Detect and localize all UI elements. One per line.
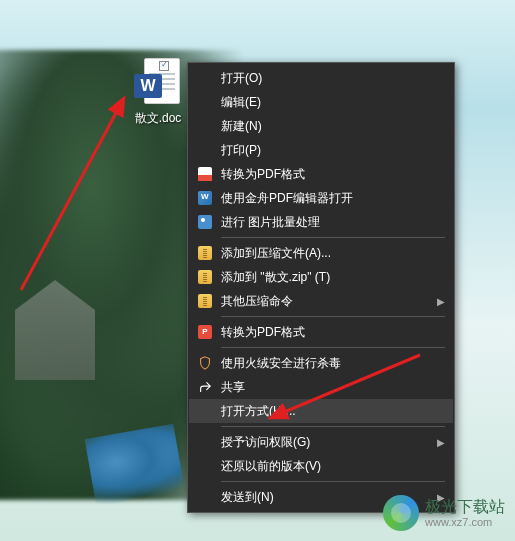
watermark-name: 极光下载站 <box>425 498 505 516</box>
blank-icon <box>193 141 217 159</box>
menu-item-label: 使用金舟PDF编辑器打开 <box>217 190 433 207</box>
menu-item-label: 添加到压缩文件(A)... <box>217 245 433 262</box>
blank-icon <box>193 117 217 135</box>
context-menu: 打开(O)编辑(E)新建(N)打印(P)转换为PDF格式使用金舟PDF编辑器打开… <box>187 62 455 513</box>
menu-item[interactable]: 添加到压缩文件(A)... <box>189 241 453 265</box>
menu-item-label: 编辑(E) <box>217 94 433 111</box>
menu-item-label: 打开方式(H)... <box>217 403 433 420</box>
share-icon <box>193 378 217 396</box>
menu-item-label: 使用火绒安全进行杀毒 <box>217 355 433 372</box>
word-doc-icon: W <box>134 58 182 106</box>
blank-icon <box>193 69 217 87</box>
menu-separator <box>221 426 445 427</box>
menu-item[interactable]: 授予访问权限(G)▶ <box>189 430 453 454</box>
zip-icon <box>193 292 217 310</box>
menu-separator <box>221 481 445 482</box>
menu-item[interactable]: 使用火绒安全进行杀毒 <box>189 351 453 375</box>
blank-icon <box>193 457 217 475</box>
blank-icon <box>193 93 217 111</box>
menu-separator <box>221 237 445 238</box>
menu-item[interactable]: P转换为PDF格式 <box>189 320 453 344</box>
submenu-arrow-icon: ▶ <box>437 296 445 307</box>
jinzhou-icon <box>193 189 217 207</box>
desktop-file-word[interactable]: W 散文.doc <box>124 58 192 127</box>
word-badge: W <box>134 74 162 98</box>
pdf-icon <box>193 165 217 183</box>
menu-item[interactable]: 添加到 "散文.zip" (T) <box>189 265 453 289</box>
file-label: 散文.doc <box>124 110 192 127</box>
pic-icon <box>193 213 217 231</box>
menu-item-label: 还原以前的版本(V) <box>217 458 433 475</box>
blank-icon <box>193 488 217 506</box>
menu-item-label: 共享 <box>217 379 433 396</box>
zip-icon <box>193 268 217 286</box>
menu-separator <box>221 347 445 348</box>
watermark-logo-icon <box>383 495 419 531</box>
watermark-url: www.xz7.com <box>425 516 505 528</box>
menu-item[interactable]: 进行 图片批量处理 <box>189 210 453 234</box>
shield-icon <box>193 354 217 372</box>
menu-item-label: 转换为PDF格式 <box>217 166 433 183</box>
menu-separator <box>221 316 445 317</box>
menu-item[interactable]: 还原以前的版本(V) <box>189 454 453 478</box>
blank-icon <box>193 433 217 451</box>
menu-item-label: 打开(O) <box>217 70 433 87</box>
menu-item-label: 其他压缩命令 <box>217 293 433 310</box>
menu-item[interactable]: 使用金舟PDF编辑器打开 <box>189 186 453 210</box>
menu-item-label: 新建(N) <box>217 118 433 135</box>
menu-item-label: 添加到 "散文.zip" (T) <box>217 269 433 286</box>
menu-item[interactable]: 其他压缩命令▶ <box>189 289 453 313</box>
menu-item-label: 进行 图片批量处理 <box>217 214 433 231</box>
menu-item-label: 打印(P) <box>217 142 433 159</box>
watermark: 极光下载站 www.xz7.com <box>383 495 505 531</box>
menu-item[interactable]: 转换为PDF格式 <box>189 162 453 186</box>
menu-item[interactable]: 新建(N) <box>189 114 453 138</box>
menu-item-label: 授予访问权限(G) <box>217 434 433 451</box>
zip-icon <box>193 244 217 262</box>
blank-icon <box>193 402 217 420</box>
submenu-arrow-icon: ▶ <box>437 437 445 448</box>
menu-item[interactable]: 打印(P) <box>189 138 453 162</box>
menu-item-label: 转换为PDF格式 <box>217 324 433 341</box>
menu-item[interactable]: 共享 <box>189 375 453 399</box>
menu-item[interactable]: 打开方式(H)... <box>189 399 453 423</box>
menu-item[interactable]: 打开(O) <box>189 66 453 90</box>
wps-icon: P <box>193 323 217 341</box>
menu-item[interactable]: 编辑(E) <box>189 90 453 114</box>
